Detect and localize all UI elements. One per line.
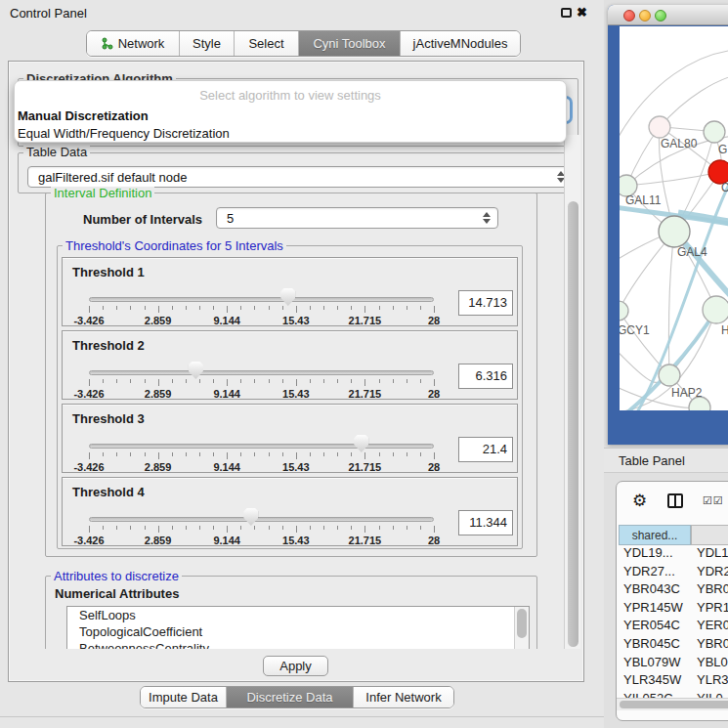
attribute-list-item[interactable]: TopologicalCoefficient [67, 623, 529, 640]
table-hscrollbar[interactable] [617, 698, 728, 710]
table-cell: YBR0 [691, 636, 728, 655]
slider-tick [172, 306, 173, 310]
slider-tick [296, 452, 297, 459]
algorithm-dropdown-popup: Select algorithm to view settings Manual… [14, 80, 567, 143]
slider-tick [172, 526, 173, 530]
tab-discretize-data[interactable]: Discretize Data [227, 687, 354, 707]
slider-tick [420, 526, 421, 530]
slider-tick [103, 526, 104, 530]
slider-tick [282, 526, 283, 530]
tab-select[interactable]: Select [235, 31, 299, 56]
threshold-value-field[interactable]: 21.4 [458, 437, 513, 462]
list-scrollbar-thumb[interactable] [517, 609, 527, 638]
float-window-icon[interactable] [561, 8, 572, 18]
panel-title: Control Panel [10, 6, 87, 21]
tab-network[interactable]: Network [87, 31, 180, 56]
network-node[interactable] [659, 364, 680, 386]
threshold-value-field[interactable]: 11.344 [458, 510, 513, 535]
slider-thumb[interactable] [354, 435, 368, 452]
slider-tick [323, 452, 324, 456]
threshold-row: Threshold 2-3.4262.8599.14415.4321.71528… [62, 330, 518, 400]
columns-icon[interactable] [667, 493, 683, 508]
tab-label: Select [248, 36, 283, 51]
slider-tick [240, 452, 241, 456]
interval-definition-label: Interval Definition [51, 187, 154, 199]
slider-tick [199, 379, 200, 383]
slider-tick-label: 2.859 [145, 535, 172, 546]
slider-track[interactable] [89, 444, 434, 449]
slider-thumb[interactable] [280, 288, 295, 306]
table-row[interactable]: YBL079WYBL0 [619, 655, 728, 673]
slider-tick [89, 379, 90, 386]
table-row[interactable]: YLR345WYLR3 [619, 672, 728, 691]
select-columns-icon[interactable]: ☑☑ [703, 494, 724, 507]
numerical-attributes-list[interactable]: SelfLoopsTopologicalCoefficientBetweenne… [66, 606, 530, 649]
table-column-header[interactable]: na [691, 525, 728, 545]
tab-label: Network [118, 36, 165, 51]
table-column-header[interactable]: shared... [619, 525, 691, 545]
combo-arrows-icon [480, 212, 493, 224]
slider-tick-label: -3.426 [73, 535, 104, 546]
slider-thumb[interactable] [243, 508, 258, 526]
tab-impute-data[interactable]: Impute Data [141, 687, 227, 707]
slider-tick-label: 9.144 [213, 535, 240, 546]
network-node[interactable] [659, 216, 690, 247]
slider-track[interactable] [89, 297, 434, 302]
network-node[interactable] [620, 301, 628, 321]
table-row[interactable]: YDL19...YDL1 [619, 545, 728, 564]
slider-tick [407, 526, 407, 530]
threshold-value-field[interactable]: 14.713 [458, 290, 513, 316]
network-canvas[interactable]: GAL80GCGAL11GAL4GCY1HHAP2 [620, 26, 728, 410]
slider-tick [254, 306, 255, 310]
network-node[interactable] [649, 116, 670, 138]
gear-icon[interactable]: ⚙ [632, 491, 647, 511]
table-hscrollbar-thumb[interactable] [620, 701, 728, 708]
table-row[interactable]: YBR045CYBR0 [619, 636, 728, 655]
table-row[interactable]: YBR043CYBR0 [619, 581, 728, 600]
mac-zoom-icon[interactable] [655, 10, 666, 21]
table-row[interactable]: YPR145WYPR1 [619, 600, 728, 619]
network-graph: GAL80GCGAL11GAL4GCY1HHAP2 [620, 26, 728, 410]
slider-tick [393, 452, 394, 456]
table-row[interactable]: YDR27...YDR2 [619, 564, 728, 582]
close-icon[interactable]: ✖ [577, 5, 587, 20]
table-cell: YBR043C [619, 581, 691, 600]
network-node[interactable] [703, 296, 728, 323]
slider-thumb[interactable] [189, 362, 203, 379]
list-scrollbar[interactable] [514, 607, 529, 649]
table-cell: YER0 [691, 618, 728, 636]
slider-tick [269, 379, 270, 383]
slider-tick [420, 452, 421, 456]
tab-label: Style [193, 36, 221, 51]
slider-track[interactable] [89, 370, 434, 375]
slider-track[interactable] [89, 517, 434, 522]
dropdown-option[interactable]: Manual Discretization [15, 107, 566, 124]
table-cell: YDR2 [691, 564, 728, 582]
tab-style[interactable]: Style [180, 31, 235, 56]
slider-tick [379, 526, 380, 530]
mac-close-icon[interactable] [623, 10, 635, 21]
slider-tick [227, 306, 228, 313]
slider-tick [351, 452, 352, 456]
tab-jactivemnodules[interactable]: jActiveMNodules [401, 31, 520, 56]
threshold-value-field[interactable]: 6.316 [458, 364, 513, 389]
tab-cyni-toolbox[interactable]: Cyni Toolbox [299, 31, 401, 56]
table-row[interactable]: YER054CYER0 [619, 618, 728, 636]
network-window-titlebar[interactable] [608, 5, 728, 25]
settings-scrollbar-thumb[interactable] [568, 201, 578, 647]
control-panel: Control Panel ✖ NetworkStyleSelectCyni T… [0, 0, 604, 728]
slider-tick [89, 306, 90, 313]
dropdown-option[interactable]: Equal Width/Frequency Discretization [15, 124, 566, 142]
apply-button[interactable]: Apply [263, 656, 328, 676]
tab-infer-network[interactable]: Infer Network [354, 687, 453, 707]
slider-tick [434, 379, 435, 386]
mac-minimize-icon[interactable] [639, 10, 651, 21]
attribute-list-item[interactable]: SelfLoops [67, 607, 529, 623]
network-node[interactable] [704, 121, 725, 143]
slider-tick [393, 306, 394, 310]
slider-tick [310, 526, 311, 530]
num-intervals-combobox[interactable]: 5 [216, 207, 498, 229]
attribute-list-item[interactable]: BetweennessCentrality [67, 640, 529, 649]
network-view-window[interactable]: GAL80GCGAL11GAL4GCY1HHAP2 [608, 5, 728, 445]
settings-scrollbar[interactable] [564, 135, 580, 649]
